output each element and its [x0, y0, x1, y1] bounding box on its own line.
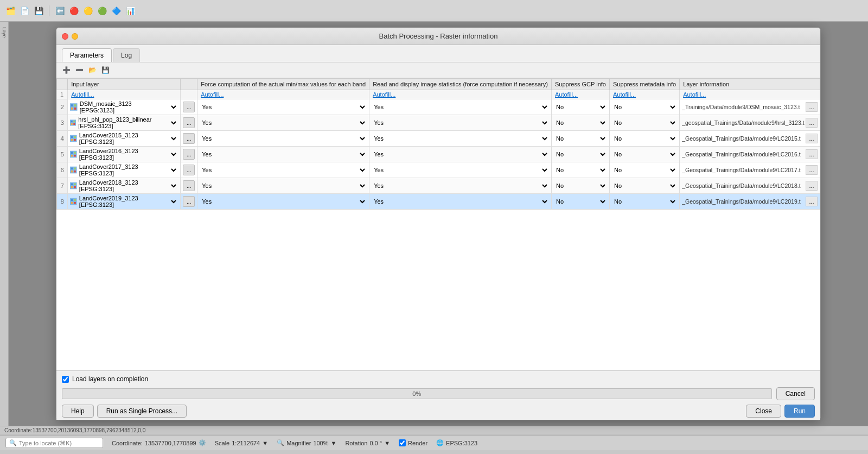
- minimize-traffic-light[interactable]: [72, 33, 78, 40]
- force-compute-cell[interactable]: Yes: [197, 131, 369, 147]
- locate-input[interactable]: [19, 440, 95, 446]
- autofill-force[interactable]: Autofill...: [197, 90, 369, 99]
- suppress-gcp-dropdown[interactable]: [596, 119, 607, 127]
- suppress-meta-cell[interactable]: No: [609, 115, 679, 131]
- rotation-dropdown-icon[interactable]: ▼: [384, 440, 390, 446]
- suppress-meta-dropdown[interactable]: [666, 119, 677, 127]
- layer-dropdown[interactable]: [167, 150, 178, 158]
- browse-button[interactable]: ...: [183, 117, 195, 128]
- browse-button[interactable]: ...: [183, 149, 195, 160]
- open-file-icon[interactable]: 📂: [87, 65, 98, 75]
- layer-info-dots-button[interactable]: ...: [806, 118, 818, 128]
- autofill-gcp[interactable]: Autofill...: [551, 90, 609, 99]
- tab-parameters[interactable]: Parameters: [62, 48, 112, 62]
- layer-info-cell[interactable]: _Geospatial_Trainings/Data/module9/LC201…: [680, 178, 820, 194]
- suppress-gcp-cell[interactable]: No: [551, 115, 609, 131]
- layer-info-dots-button[interactable]: ...: [806, 102, 818, 112]
- browse-cell[interactable]: ...: [181, 147, 197, 162]
- suppress-gcp-cell[interactable]: No: [551, 99, 609, 115]
- cancel-button[interactable]: Cancel: [776, 387, 815, 400]
- browse-button[interactable]: ...: [183, 102, 195, 112]
- force-compute-dropdown[interactable]: [356, 198, 367, 205]
- browse-button[interactable]: ...: [183, 196, 195, 207]
- read-display-dropdown[interactable]: [538, 166, 549, 174]
- layer-info-dots-button[interactable]: ...: [806, 134, 818, 143]
- suppress-meta-dropdown[interactable]: [666, 166, 677, 174]
- autofill-read[interactable]: Autofill...: [369, 90, 552, 99]
- read-display-cell[interactable]: Yes: [369, 131, 552, 147]
- force-compute-dropdown[interactable]: [356, 119, 367, 127]
- layer-dropdown[interactable]: [167, 198, 178, 205]
- toolbar-icon-1[interactable]: 🗂️: [4, 5, 16, 17]
- suppress-gcp-cell[interactable]: No: [551, 178, 609, 194]
- toolbar-icon-7[interactable]: 🟢: [96, 5, 108, 17]
- force-compute-cell[interactable]: Yes: [197, 178, 369, 194]
- suppress-meta-dropdown[interactable]: [666, 182, 677, 190]
- browse-cell[interactable]: ...: [181, 131, 197, 147]
- read-display-cell[interactable]: Yes: [369, 147, 552, 162]
- input-layer-cell[interactable]: LandCover2018_3123 [EPSG:3123]: [68, 178, 181, 194]
- suppress-meta-cell[interactable]: No: [609, 162, 679, 178]
- layer-info-dots-button[interactable]: ...: [806, 181, 818, 191]
- layer-info-cell[interactable]: _Geospatial_Trainings/Data/module9/LC201…: [680, 194, 820, 210]
- read-display-dropdown[interactable]: [538, 150, 549, 158]
- browse-button[interactable]: ...: [183, 165, 195, 175]
- force-compute-cell[interactable]: Yes: [197, 162, 369, 178]
- suppress-gcp-dropdown[interactable]: [596, 150, 607, 158]
- layer-info-cell[interactable]: _Geospatial_Trainings/Data/module9/LC201…: [680, 147, 820, 162]
- input-layer-cell[interactable]: DSM_mosaic_3123 [EPSG:3123]: [68, 99, 181, 115]
- input-layer-cell[interactable]: LandCover2016_3123 [EPSG:3123]: [68, 147, 181, 162]
- autofill-input[interactable]: Autofill...: [68, 90, 181, 99]
- browse-cell[interactable]: ...: [181, 115, 197, 131]
- toolbar-icon-8[interactable]: 🔷: [110, 5, 122, 17]
- toolbar-icon-6[interactable]: 🟡: [82, 5, 94, 17]
- table-row[interactable]: 2 DSM_mosaic_3123 [EPSG:3123] ... Yes: [57, 99, 820, 115]
- close-traffic-light[interactable]: [62, 33, 68, 40]
- force-compute-dropdown[interactable]: [356, 103, 367, 111]
- save-file-icon[interactable]: 💾: [100, 65, 111, 75]
- suppress-meta-cell[interactable]: No: [609, 147, 679, 162]
- load-layers-checkbox[interactable]: [62, 376, 69, 383]
- browse-cell[interactable]: ...: [181, 194, 197, 210]
- toolbar-icon-5[interactable]: 🔴: [68, 5, 80, 17]
- force-compute-dropdown[interactable]: [356, 166, 367, 174]
- force-compute-cell[interactable]: Yes: [197, 99, 369, 115]
- help-button[interactable]: Help: [62, 405, 94, 418]
- input-layer-cell[interactable]: LandCover2017_3123 [EPSG:3123]: [68, 162, 181, 178]
- add-row-icon[interactable]: ➕: [61, 65, 72, 75]
- layer-dropdown[interactable]: [167, 103, 178, 111]
- force-compute-dropdown[interactable]: [356, 150, 367, 158]
- suppress-gcp-dropdown[interactable]: [596, 182, 607, 190]
- layer-dropdown[interactable]: [167, 182, 178, 190]
- suppress-gcp-cell[interactable]: No: [551, 194, 609, 210]
- layer-info-dots-button[interactable]: ...: [806, 149, 818, 159]
- render-checkbox[interactable]: [399, 439, 406, 446]
- layer-info-cell[interactable]: _Trainings/Data/module9/DSM_mosaic_3123.…: [680, 99, 820, 115]
- toolbar-icon-3[interactable]: 💾: [33, 5, 44, 17]
- force-compute-dropdown[interactable]: [356, 182, 367, 190]
- read-display-cell[interactable]: Yes: [369, 115, 552, 131]
- browse-cell[interactable]: ...: [181, 99, 197, 115]
- layer-dropdown[interactable]: [167, 166, 178, 174]
- epsg-status[interactable]: 🌐 EPSG:3123: [436, 439, 477, 446]
- browse-cell[interactable]: ...: [181, 162, 197, 178]
- remove-row-icon[interactable]: ➖: [74, 65, 85, 75]
- toolbar-icon-9[interactable]: 📊: [124, 5, 136, 17]
- autofill-meta[interactable]: Autofill...: [609, 90, 679, 99]
- table-row[interactable]: 5 LandCover2016_3123 [EPSG:3123] ... Yes: [57, 147, 820, 162]
- force-compute-cell[interactable]: Yes: [197, 115, 369, 131]
- force-compute-cell[interactable]: Yes: [197, 147, 369, 162]
- table-row[interactable]: 7 LandCover2018_3123 [EPSG:3123] ... Yes: [57, 178, 820, 194]
- read-display-dropdown[interactable]: [538, 182, 549, 190]
- suppress-meta-dropdown[interactable]: [666, 150, 677, 158]
- suppress-meta-cell[interactable]: No: [609, 194, 679, 210]
- table-row[interactable]: 3 hrsl_phl_pop_3123_bilinear [EPSG:3123]…: [57, 115, 820, 131]
- read-display-dropdown[interactable]: [538, 119, 549, 127]
- read-display-cell[interactable]: Yes: [369, 178, 552, 194]
- read-display-cell[interactable]: Yes: [369, 162, 552, 178]
- suppress-meta-dropdown[interactable]: [666, 198, 677, 205]
- suppress-gcp-cell[interactable]: No: [551, 147, 609, 162]
- input-layer-cell[interactable]: LandCover2019_3123 [EPSG:3123]: [68, 194, 181, 210]
- force-compute-dropdown[interactable]: [356, 135, 367, 142]
- magnifier-dropdown-icon[interactable]: ▼: [331, 440, 337, 446]
